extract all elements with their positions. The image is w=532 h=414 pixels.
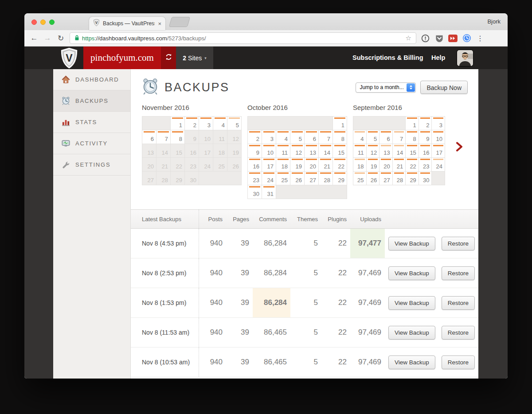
calendar-day[interactable]: 3 bbox=[432, 117, 445, 130]
calendar-day[interactable]: 28 bbox=[393, 172, 406, 185]
bookmark-star-icon[interactable]: ☆ bbox=[406, 34, 411, 42]
calendar-day[interactable]: 10 bbox=[262, 144, 276, 158]
calendar-day[interactable]: 9 bbox=[248, 144, 262, 158]
calendar-day[interactable]: 22 bbox=[333, 158, 347, 172]
extension-1password-icon[interactable] bbox=[421, 34, 430, 43]
calendar-day[interactable]: 2 bbox=[185, 117, 199, 130]
calendar-day[interactable]: 6 bbox=[142, 130, 156, 144]
view-backup-button[interactable]: View Backup bbox=[388, 355, 435, 369]
calendar-day[interactable]: 24 bbox=[262, 172, 276, 185]
extension-pocket-icon[interactable] bbox=[434, 34, 444, 43]
calendar-day[interactable]: 26 bbox=[290, 172, 305, 185]
calendar-day[interactable]: 4 bbox=[276, 130, 290, 144]
calendar-day[interactable]: 15 bbox=[406, 144, 419, 158]
calendar-day[interactable]: 16 bbox=[248, 158, 262, 172]
calendar-day[interactable]: 26 bbox=[367, 172, 380, 185]
back-icon[interactable]: ← bbox=[30, 34, 39, 43]
window-close-button[interactable] bbox=[31, 20, 37, 25]
sidebar-item-backups[interactable]: BACKUPS bbox=[53, 90, 130, 112]
url-bar[interactable]: https://dashboard.vaultpress.com/5273/ba… bbox=[70, 32, 416, 44]
calendar-day[interactable]: 21 bbox=[319, 158, 333, 172]
next-months-arrow[interactable] bbox=[456, 142, 463, 152]
sync-site-button[interactable] bbox=[161, 47, 176, 69]
view-backup-button[interactable]: View Backup bbox=[388, 266, 435, 280]
calendar-day[interactable]: 2 bbox=[248, 130, 262, 144]
calendar-day[interactable]: 7 bbox=[156, 130, 171, 144]
calendar-day[interactable]: 4 bbox=[353, 130, 367, 144]
sidebar-item-settings[interactable]: SETTINGS bbox=[53, 154, 130, 176]
calendar-day[interactable]: 6 bbox=[379, 130, 393, 144]
calendar-day[interactable]: 12 bbox=[290, 144, 305, 158]
restore-button[interactable]: Restore bbox=[442, 355, 475, 369]
calendar-day[interactable]: 23 bbox=[419, 158, 432, 172]
vaultpress-logo-icon[interactable]: V bbox=[60, 48, 78, 68]
calendar-day[interactable]: 25 bbox=[353, 172, 367, 185]
calendar-day[interactable]: 7 bbox=[319, 130, 333, 144]
calendar-day[interactable]: 24 bbox=[432, 158, 445, 172]
calendar-day[interactable]: 1 bbox=[406, 117, 419, 130]
reload-icon[interactable]: ↻ bbox=[56, 34, 65, 43]
calendar-day[interactable]: 29 bbox=[333, 172, 347, 185]
calendar-day[interactable]: 6 bbox=[305, 130, 319, 144]
calendar-day[interactable]: 21 bbox=[393, 158, 406, 172]
calendar-day[interactable]: 25 bbox=[276, 172, 290, 185]
calendar-day[interactable]: 8 bbox=[171, 130, 185, 144]
calendar-day[interactable]: 8 bbox=[406, 130, 419, 144]
tab-close-icon[interactable]: × bbox=[158, 20, 161, 27]
restore-button[interactable]: Restore bbox=[442, 326, 475, 340]
window-zoom-button[interactable] bbox=[49, 20, 55, 25]
calendar-day[interactable]: 7 bbox=[393, 130, 406, 144]
calendar-day[interactable]: 18 bbox=[353, 158, 367, 172]
calendar-day[interactable]: 13 bbox=[379, 144, 393, 158]
browser-menu-icon[interactable]: ⋮ bbox=[476, 34, 485, 43]
calendar-day[interactable]: 10 bbox=[432, 130, 445, 144]
calendar-day[interactable]: 20 bbox=[305, 158, 319, 172]
sites-dropdown[interactable]: 2 Sites ▾ bbox=[176, 47, 213, 69]
window-minimize-button[interactable] bbox=[40, 20, 46, 25]
calendar-day[interactable]: 5 bbox=[290, 130, 305, 144]
calendar-day[interactable]: 11 bbox=[276, 144, 290, 158]
extension-video-speed-icon[interactable] bbox=[448, 34, 458, 43]
jump-to-month-select[interactable]: Jump to a month... bbox=[356, 82, 416, 93]
calendar-day[interactable]: 29 bbox=[406, 172, 419, 185]
calendar-day[interactable]: 14 bbox=[393, 144, 406, 158]
sidebar-item-dashboard[interactable]: DASHBOARD bbox=[53, 69, 130, 90]
calendar-day[interactable]: 27 bbox=[305, 172, 319, 185]
calendar-day[interactable]: 16 bbox=[419, 144, 432, 158]
calendar-day[interactable]: 17 bbox=[432, 144, 445, 158]
view-backup-button[interactable]: View Backup bbox=[388, 326, 435, 340]
calendar-day[interactable]: 2 bbox=[419, 117, 432, 130]
calendar-day[interactable]: 5 bbox=[227, 117, 242, 130]
active-tab[interactable]: V Backups — VaultPress Dashbo × bbox=[89, 17, 165, 30]
backup-now-button[interactable]: Backup Now bbox=[420, 81, 468, 94]
calendar-day[interactable]: 28 bbox=[319, 172, 333, 185]
calendar-day[interactable]: 13 bbox=[305, 144, 319, 158]
calendar-day[interactable]: 19 bbox=[367, 158, 380, 172]
calendar-day[interactable]: 17 bbox=[262, 158, 276, 172]
background-tab[interactable] bbox=[169, 17, 191, 27]
calendar-day[interactable]: 18 bbox=[276, 158, 290, 172]
calendar-day[interactable]: 8 bbox=[333, 130, 347, 144]
calendar-day[interactable]: 27 bbox=[379, 172, 393, 185]
calendar-day[interactable]: 20 bbox=[379, 158, 393, 172]
calendar-day[interactable]: 3 bbox=[199, 117, 213, 130]
sidebar-item-activity[interactable]: ACTIVITY bbox=[53, 133, 130, 154]
calendar-day[interactable]: 3 bbox=[262, 130, 276, 144]
calendar-day[interactable]: 23 bbox=[248, 172, 262, 185]
calendar-day[interactable]: 15 bbox=[333, 144, 347, 158]
calendar-day[interactable]: 30 bbox=[419, 172, 432, 185]
restore-button[interactable]: Restore bbox=[442, 296, 475, 310]
calendar-day[interactable]: 31 bbox=[262, 185, 276, 199]
calendar-day[interactable]: 14 bbox=[319, 144, 333, 158]
calendar-day[interactable]: 1 bbox=[333, 117, 347, 130]
calendar-day[interactable]: 22 bbox=[406, 158, 419, 172]
help-link[interactable]: Help bbox=[431, 47, 445, 69]
calendar-day[interactable]: 4 bbox=[213, 117, 227, 130]
sidebar-item-stats[interactable]: STATS bbox=[53, 112, 130, 133]
restore-button[interactable]: Restore bbox=[442, 266, 475, 280]
calendar-day[interactable]: 1 bbox=[171, 117, 185, 130]
view-backup-button[interactable]: View Backup bbox=[388, 237, 435, 250]
calendar-day[interactable]: 9 bbox=[419, 130, 432, 144]
calendar-day[interactable]: 30 bbox=[248, 185, 262, 199]
restore-button[interactable]: Restore bbox=[442, 237, 475, 250]
